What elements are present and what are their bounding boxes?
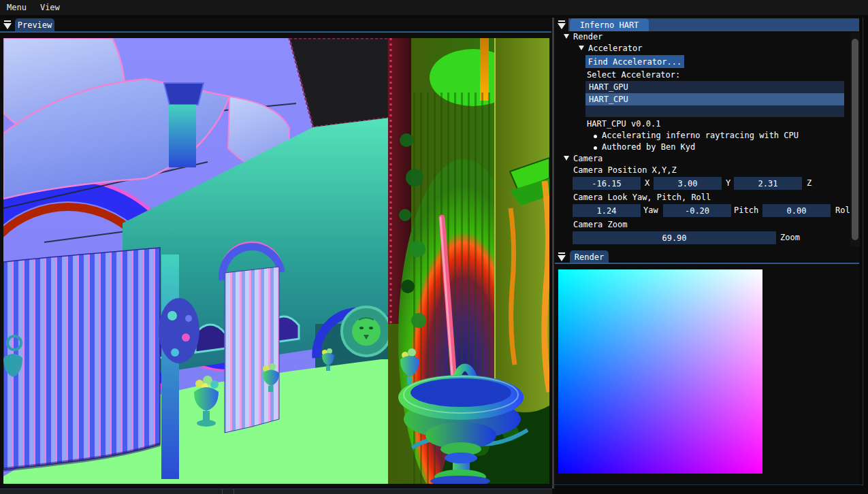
inspector-scrollbar[interactable] <box>850 33 860 247</box>
camera-zoom-field-label: Zoom <box>780 233 800 243</box>
accelerator-info-title: HART_CPU v0.0.1 <box>587 119 660 129</box>
tab-render-label: Render <box>575 252 604 262</box>
list-item-hart-cpu[interactable]: HART_CPU <box>585 93 844 105</box>
camera-pitch-label: Pitch <box>734 205 758 216</box>
render-tabbar-separator <box>555 263 859 264</box>
camera-zoom-field[interactable]: 69.90 <box>573 231 776 244</box>
accelerator-info-bullet-2: Authored by Ben Kyd <box>602 142 695 152</box>
render-window: Render <box>555 248 859 485</box>
camera-position-label: Camera Position X,Y,Z <box>573 165 677 176</box>
menu-item-view[interactable]: View <box>33 0 67 15</box>
select-accelerator-label: Select Accelerator: <box>587 70 680 80</box>
preview-window: Preview <box>0 18 551 489</box>
camera-position-z-label: Z <box>807 178 811 188</box>
preview-tabbar-separator <box>0 31 551 33</box>
menu-item-menu[interactable]: Menu <box>0 0 33 15</box>
camera-position-x-field[interactable]: -16.15 <box>573 177 641 190</box>
menu-bar: Menu View <box>0 0 868 15</box>
dock-splitter[interactable] <box>552 18 554 489</box>
camera-position-y-field[interactable]: 3.00 <box>654 177 722 190</box>
tab-preview[interactable]: Preview <box>15 18 54 31</box>
preview-collapse-button[interactable] <box>3 20 12 32</box>
collapse-arrow-icon <box>558 20 566 30</box>
camera-roll-label: Rol <box>835 205 850 216</box>
camera-yaw-label: Yaw <box>643 205 658 216</box>
accelerator-node-caret[interactable] <box>579 46 584 50</box>
bullet-icon <box>594 146 597 150</box>
bottom-bar <box>0 489 552 494</box>
render-node-label[interactable]: Render <box>573 32 602 42</box>
collapse-arrow-icon <box>3 20 12 30</box>
dockspace-bottom-right-border <box>552 484 863 485</box>
bottom-bar-tick <box>222 489 223 494</box>
dockspace-right-border <box>863 18 863 486</box>
tab-inferno-hart[interactable]: Inferno HART <box>570 18 649 31</box>
camera-pitch-field[interactable]: -0.20 <box>663 204 731 217</box>
find-accelerator-button-label: Find Accelerator... <box>588 57 681 67</box>
tab-preview-label: Preview <box>18 20 52 30</box>
scene-lion-medallion <box>342 307 391 356</box>
camera-roll-field[interactable]: 0.00 <box>762 204 831 217</box>
accelerator-listbox: HART_GPU HART_CPU <box>585 81 844 117</box>
inspector-window: Inferno HART Render Accelerator Find Acc… <box>555 18 859 248</box>
bullet-icon <box>594 135 597 138</box>
render-node-caret[interactable] <box>564 34 569 39</box>
collapse-arrow-icon <box>558 252 566 262</box>
camera-yaw-field[interactable]: 1.24 <box>573 204 641 217</box>
camera-position-x-label: X <box>645 178 649 188</box>
camera-node-caret[interactable] <box>564 156 569 161</box>
accelerator-info-bullet-1: Accelerating inferno raytracing with CPU <box>602 131 799 141</box>
camera-position-z-field[interactable]: 2.31 <box>734 177 802 190</box>
tab-render[interactable]: Render <box>570 250 609 263</box>
inspector-scrollbar-thumb[interactable] <box>852 39 858 240</box>
list-item-hart-gpu[interactable]: HART_GPU <box>585 81 844 93</box>
render-output-image <box>558 269 762 474</box>
accelerator-node-label[interactable]: Accelerator <box>588 44 642 54</box>
app-root: Menu View Preview <box>0 0 868 494</box>
preview-viewport-image[interactable] <box>3 38 549 484</box>
find-accelerator-button[interactable]: Find Accelerator... <box>585 55 684 68</box>
tab-inferno-hart-label: Inferno HART <box>580 20 639 30</box>
camera-look-label: Camera Look Yaw, Pitch, Roll <box>573 193 711 203</box>
camera-position-y-label: Y <box>726 178 730 188</box>
bottom-bar-tick <box>234 489 234 494</box>
camera-node-label[interactable]: Camera <box>573 154 602 164</box>
inspector-collapse-button[interactable] <box>558 20 566 32</box>
camera-zoom-label: Camera Zoom <box>573 220 627 230</box>
